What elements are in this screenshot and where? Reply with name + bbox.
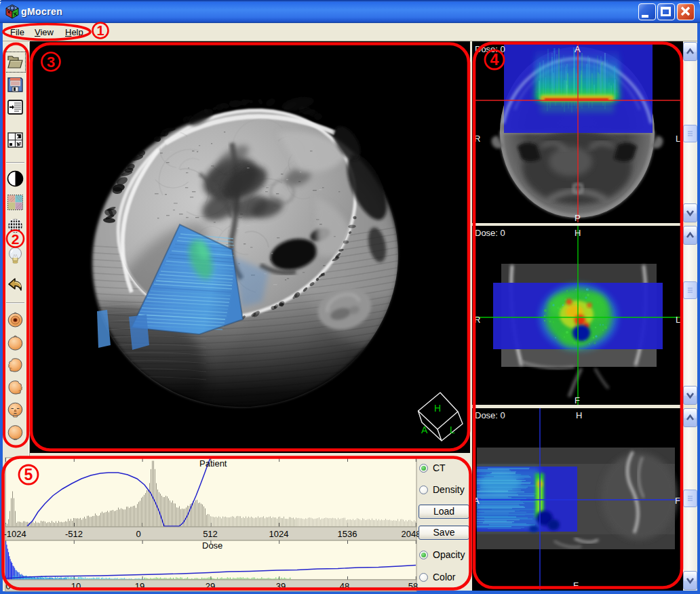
svg-text:19: 19 xyxy=(135,581,144,591)
svg-text:A: A xyxy=(421,424,428,435)
svg-text:1024: 1024 xyxy=(269,529,289,539)
svg-text:-1024: -1024 xyxy=(3,529,26,539)
svg-text:512: 512 xyxy=(203,529,218,539)
svg-text:48: 48 xyxy=(340,581,349,591)
svg-text:1536: 1536 xyxy=(338,529,357,539)
svg-text:Dose: Dose xyxy=(202,540,222,551)
svg-text:10: 10 xyxy=(71,581,81,591)
svg-text:0: 0 xyxy=(5,581,10,591)
svg-text:Patient: Patient xyxy=(199,458,227,469)
svg-text:58: 58 xyxy=(408,581,418,591)
svg-text:29: 29 xyxy=(206,581,215,591)
svg-text:L: L xyxy=(450,424,455,435)
svg-text:H: H xyxy=(434,403,441,414)
svg-text:-512: -512 xyxy=(65,529,83,539)
svg-text:0: 0 xyxy=(136,529,140,539)
svg-text:39: 39 xyxy=(276,581,286,591)
